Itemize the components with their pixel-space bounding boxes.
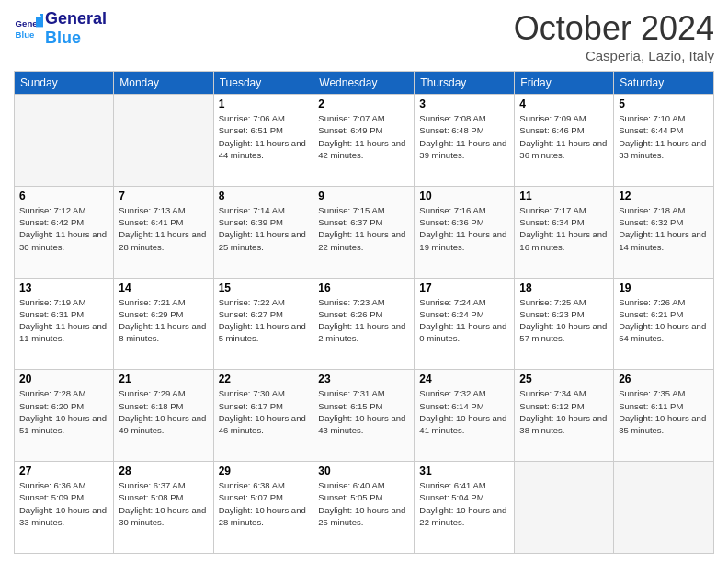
table-row: 26Sunrise: 7:35 AMSunset: 6:11 PMDayligh… — [614, 370, 714, 462]
table-row: 14Sunrise: 7:21 AMSunset: 6:29 PMDayligh… — [114, 278, 213, 370]
header: General Blue General Blue October 2024 C… — [14, 9, 714, 63]
day-info: Sunrise: 6:36 AMSunset: 5:09 PMDaylight:… — [19, 479, 108, 528]
day-number: 4 — [519, 98, 609, 110]
day-info: Sunrise: 7:22 AMSunset: 6:27 PMDaylight:… — [219, 296, 309, 345]
day-info: Sunrise: 6:40 AMSunset: 5:05 PMDaylight:… — [318, 479, 409, 528]
day-number: 13 — [19, 282, 108, 294]
day-info: Sunrise: 7:31 AMSunset: 6:15 PMDaylight:… — [318, 387, 409, 436]
day-number: 10 — [419, 190, 509, 202]
col-tuesday: Tuesday — [213, 72, 313, 95]
day-number: 22 — [219, 373, 309, 385]
day-number: 20 — [19, 373, 108, 385]
day-number: 8 — [219, 190, 309, 202]
col-monday: Monday — [114, 72, 213, 95]
day-number: 24 — [419, 373, 509, 385]
day-info: Sunrise: 7:09 AMSunset: 6:46 PMDaylight:… — [519, 112, 609, 161]
table-row: 10Sunrise: 7:16 AMSunset: 6:36 PMDayligh… — [415, 186, 515, 278]
table-row: 16Sunrise: 7:23 AMSunset: 6:26 PMDayligh… — [313, 278, 415, 370]
day-number: 6 — [19, 190, 108, 202]
day-info: Sunrise: 7:15 AMSunset: 6:37 PMDaylight:… — [318, 204, 409, 253]
day-number: 30 — [318, 465, 409, 477]
day-number: 27 — [19, 465, 108, 477]
col-friday: Friday — [515, 72, 614, 95]
week-row-4: 20Sunrise: 7:28 AMSunset: 6:20 PMDayligh… — [15, 370, 714, 462]
day-number: 21 — [119, 373, 208, 385]
day-number: 5 — [619, 98, 709, 110]
day-info: Sunrise: 7:12 AMSunset: 6:42 PMDaylight:… — [19, 204, 108, 253]
table-row: 13Sunrise: 7:19 AMSunset: 6:31 PMDayligh… — [15, 278, 114, 370]
table-row: 28Sunrise: 6:37 AMSunset: 5:08 PMDayligh… — [114, 462, 213, 554]
table-row — [15, 95, 114, 187]
table-row: 7Sunrise: 7:13 AMSunset: 6:41 PMDaylight… — [114, 186, 213, 278]
location-subtitle: Casperia, Lazio, Italy — [514, 48, 714, 63]
svg-marker-3 — [36, 17, 43, 27]
table-row: 15Sunrise: 7:22 AMSunset: 6:27 PMDayligh… — [213, 278, 313, 370]
day-info: Sunrise: 7:18 AMSunset: 6:32 PMDaylight:… — [619, 204, 709, 253]
day-number: 11 — [519, 190, 609, 202]
day-number: 29 — [219, 465, 309, 477]
table-row: 5Sunrise: 7:10 AMSunset: 6:44 PMDaylight… — [614, 95, 714, 187]
week-row-1: 1Sunrise: 7:06 AMSunset: 6:51 PMDaylight… — [15, 95, 714, 187]
table-row: 6Sunrise: 7:12 AMSunset: 6:42 PMDaylight… — [15, 186, 114, 278]
week-row-3: 13Sunrise: 7:19 AMSunset: 6:31 PMDayligh… — [15, 278, 714, 370]
table-row: 31Sunrise: 6:41 AMSunset: 5:04 PMDayligh… — [415, 462, 515, 554]
day-number: 7 — [119, 190, 208, 202]
col-saturday: Saturday — [614, 72, 714, 95]
table-row: 24Sunrise: 7:32 AMSunset: 6:14 PMDayligh… — [415, 370, 515, 462]
table-row — [614, 462, 714, 554]
calendar-table: Sunday Monday Tuesday Wednesday Thursday… — [14, 71, 714, 554]
day-number: 1 — [219, 98, 309, 110]
day-info: Sunrise: 7:17 AMSunset: 6:34 PMDaylight:… — [519, 204, 609, 253]
day-info: Sunrise: 7:13 AMSunset: 6:41 PMDaylight:… — [119, 204, 208, 253]
day-info: Sunrise: 7:34 AMSunset: 6:12 PMDaylight:… — [519, 387, 609, 436]
logo-blue: Blue — [45, 29, 81, 47]
table-row: 9Sunrise: 7:15 AMSunset: 6:37 PMDaylight… — [313, 186, 415, 278]
day-info: Sunrise: 7:23 AMSunset: 6:26 PMDaylight:… — [318, 296, 409, 345]
day-info: Sunrise: 7:06 AMSunset: 6:51 PMDaylight:… — [219, 112, 309, 161]
day-number: 28 — [119, 465, 208, 477]
table-row: 21Sunrise: 7:29 AMSunset: 6:18 PMDayligh… — [114, 370, 213, 462]
table-row: 25Sunrise: 7:34 AMSunset: 6:12 PMDayligh… — [515, 370, 614, 462]
day-number: 31 — [419, 465, 509, 477]
col-thursday: Thursday — [415, 72, 515, 95]
day-info: Sunrise: 7:30 AMSunset: 6:17 PMDaylight:… — [219, 387, 309, 436]
logo-icon: General Blue — [14, 14, 43, 43]
day-number: 16 — [318, 282, 409, 294]
title-block: October 2024 Casperia, Lazio, Italy — [514, 9, 714, 63]
day-info: Sunrise: 7:24 AMSunset: 6:24 PMDaylight:… — [419, 296, 509, 345]
day-info: Sunrise: 7:19 AMSunset: 6:31 PMDaylight:… — [19, 296, 108, 345]
day-number: 14 — [119, 282, 208, 294]
week-row-2: 6Sunrise: 7:12 AMSunset: 6:42 PMDaylight… — [15, 186, 714, 278]
month-title: October 2024 — [514, 9, 714, 48]
day-info: Sunrise: 6:38 AMSunset: 5:07 PMDaylight:… — [219, 479, 309, 528]
table-row: 3Sunrise: 7:08 AMSunset: 6:48 PMDaylight… — [415, 95, 515, 187]
day-info: Sunrise: 7:26 AMSunset: 6:21 PMDaylight:… — [619, 296, 709, 345]
day-number: 2 — [318, 98, 409, 110]
logo-text: General Blue — [45, 9, 107, 48]
day-number: 17 — [419, 282, 509, 294]
table-row: 4Sunrise: 7:09 AMSunset: 6:46 PMDaylight… — [515, 95, 614, 187]
day-info: Sunrise: 6:41 AMSunset: 5:04 PMDaylight:… — [419, 479, 509, 528]
table-row: 29Sunrise: 6:38 AMSunset: 5:07 PMDayligh… — [213, 462, 313, 554]
table-row: 22Sunrise: 7:30 AMSunset: 6:17 PMDayligh… — [213, 370, 313, 462]
table-row: 20Sunrise: 7:28 AMSunset: 6:20 PMDayligh… — [15, 370, 114, 462]
logo: General Blue General Blue — [14, 9, 107, 48]
col-sunday: Sunday — [15, 72, 114, 95]
table-row: 8Sunrise: 7:14 AMSunset: 6:39 PMDaylight… — [213, 186, 313, 278]
day-number: 23 — [318, 373, 409, 385]
table-row — [114, 95, 213, 187]
day-info: Sunrise: 7:07 AMSunset: 6:49 PMDaylight:… — [318, 112, 409, 161]
day-info: Sunrise: 7:16 AMSunset: 6:36 PMDaylight:… — [419, 204, 509, 253]
col-wednesday: Wednesday — [313, 72, 415, 95]
table-row: 11Sunrise: 7:17 AMSunset: 6:34 PMDayligh… — [515, 186, 614, 278]
day-info: Sunrise: 7:35 AMSunset: 6:11 PMDaylight:… — [619, 387, 709, 436]
day-number: 19 — [619, 282, 709, 294]
table-row: 18Sunrise: 7:25 AMSunset: 6:23 PMDayligh… — [515, 278, 614, 370]
day-info: Sunrise: 7:29 AMSunset: 6:18 PMDaylight:… — [119, 387, 208, 436]
table-row: 1Sunrise: 7:06 AMSunset: 6:51 PMDaylight… — [213, 95, 313, 187]
page: General Blue General Blue October 2024 C… — [0, 0, 728, 563]
table-row — [515, 462, 614, 554]
table-row: 27Sunrise: 6:36 AMSunset: 5:09 PMDayligh… — [15, 462, 114, 554]
day-number: 15 — [219, 282, 309, 294]
day-info: Sunrise: 7:21 AMSunset: 6:29 PMDaylight:… — [119, 296, 208, 345]
